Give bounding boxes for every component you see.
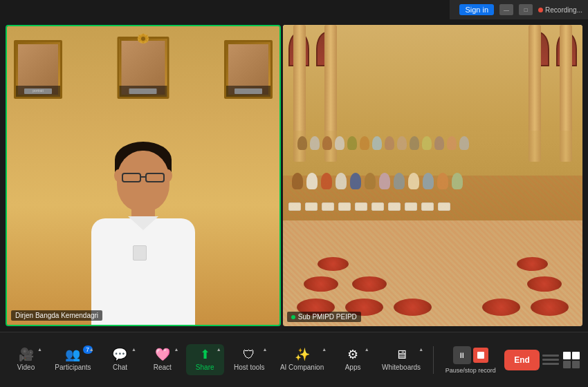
grid-view-button[interactable] bbox=[562, 350, 581, 370]
end-section: End bbox=[504, 350, 581, 370]
chat-button[interactable]: 💬 Chat ▲ bbox=[101, 344, 139, 375]
share-group: ⬆ Share ▲ bbox=[186, 344, 224, 375]
grid-cell-4 bbox=[572, 361, 580, 368]
stop-icon bbox=[473, 348, 488, 363]
recording-badge: Recording... bbox=[538, 6, 582, 14]
table-6 bbox=[527, 276, 562, 292]
participants-group: 👥 7 Participants ▲ bbox=[49, 344, 96, 375]
view-line-3 bbox=[542, 363, 559, 365]
sign-in-button[interactable]: Sign in bbox=[459, 4, 494, 15]
minimize-button[interactable]: — bbox=[499, 4, 513, 15]
portrait-frame-right bbox=[224, 40, 273, 99]
video-chevron: ▲ bbox=[37, 347, 42, 352]
top-bar: Sign in — □ Recording... bbox=[450, 0, 588, 19]
portrait-frame-left: portrait bbox=[14, 40, 62, 99]
video-area: portrait bbox=[0, 19, 588, 332]
table-7 bbox=[318, 257, 349, 271]
video-tile-left[interactable]: portrait bbox=[6, 25, 281, 326]
end-button-group: End bbox=[504, 350, 540, 370]
video-icon: 🎥 bbox=[19, 348, 34, 361]
video-group: 🎥 Video ▲ bbox=[7, 344, 45, 375]
ai-companion-button[interactable]: ✨ AI Companion ▲ bbox=[275, 344, 329, 375]
apps-icon: ⚙ bbox=[347, 348, 358, 361]
react-icon: 🩷 bbox=[155, 348, 170, 361]
ai-companion-group: ✨ AI Companion ▲ bbox=[275, 344, 329, 375]
garuda-symbol bbox=[133, 32, 154, 51]
video-button[interactable]: 🎥 Video ▲ bbox=[7, 344, 45, 375]
react-button[interactable]: 🩷 React ▲ bbox=[143, 344, 181, 375]
person-left bbox=[67, 124, 219, 325]
host-tools-button[interactable]: 🛡 Host tools ▲ bbox=[228, 344, 270, 375]
left-video-name-label: Dirjen Bangda Kemendagri bbox=[11, 310, 102, 321]
toolbar-divider bbox=[433, 346, 434, 374]
whiteboards-icon: 🖥 bbox=[395, 348, 407, 361]
share-button[interactable]: ⬆ Share ▲ bbox=[186, 344, 224, 375]
video-tile-right[interactable]: Sub PMIPD PEIPD bbox=[283, 25, 582, 326]
apps-group: ⚙ Apps ▲ bbox=[334, 344, 372, 375]
table-5 bbox=[352, 276, 387, 292]
whiteboards-button[interactable]: 🖥 Whiteboards ▲ bbox=[376, 344, 426, 375]
table-9 bbox=[531, 299, 569, 316]
svg-point-2 bbox=[141, 37, 145, 41]
pause-stop-label: Pause/stop record bbox=[445, 367, 496, 374]
chat-group: 💬 Chat ▲ bbox=[101, 344, 139, 375]
host-tools-group: 🛡 Host tools ▲ bbox=[228, 344, 270, 375]
participants-icon: 👥 bbox=[65, 348, 80, 361]
view-options bbox=[542, 355, 559, 365]
pause-icon: ⏸ bbox=[453, 346, 471, 364]
table-10 bbox=[482, 299, 520, 316]
right-video-feed bbox=[283, 25, 582, 326]
grid-cell-3 bbox=[563, 361, 571, 368]
react-chevron: ▲ bbox=[174, 347, 178, 352]
share-icon: ⬆ bbox=[200, 348, 210, 361]
table-4 bbox=[304, 276, 338, 292]
toolbar: 🎥 Video ▲ 👥 7 Participants ▲ 💬 Chat ▲ 🩷 … bbox=[0, 332, 588, 387]
pause-stop-icons: ⏸ bbox=[453, 346, 488, 364]
left-video-feed: portrait bbox=[7, 26, 279, 325]
stop-square bbox=[477, 352, 484, 359]
whiteboards-group: 🖥 Whiteboards ▲ bbox=[376, 344, 426, 375]
host-tools-chevron: ▲ bbox=[263, 347, 268, 352]
grid-cell-1 bbox=[563, 352, 571, 359]
recording-dot bbox=[538, 8, 543, 12]
chat-chevron: ▲ bbox=[131, 347, 136, 352]
view-line-1 bbox=[542, 355, 559, 357]
react-group: 🩷 React ▲ bbox=[143, 344, 181, 375]
apps-chevron: ▲ bbox=[365, 347, 369, 352]
view-line-2 bbox=[542, 359, 559, 361]
whiteboards-chevron: ▲ bbox=[419, 347, 423, 352]
ai-companion-icon: ✨ bbox=[295, 348, 310, 361]
pause-stop-record-button[interactable]: ⏸ Pause/stop record bbox=[441, 343, 500, 377]
audience-area bbox=[283, 131, 582, 326]
right-video-name-label: Sub PMIPD PEIPD bbox=[287, 312, 361, 322]
ai-companion-chevron: ▲ bbox=[322, 347, 327, 352]
participants-button[interactable]: 👥 7 Participants ▲ bbox=[49, 344, 96, 375]
maximize-button[interactable]: □ bbox=[519, 4, 533, 15]
table-8 bbox=[517, 257, 548, 271]
end-button[interactable]: End bbox=[504, 350, 540, 370]
table-3 bbox=[394, 299, 432, 316]
host-tools-icon: 🛡 bbox=[243, 348, 255, 361]
mic-on-indicator bbox=[291, 315, 295, 319]
participants-chevron: ▲ bbox=[89, 347, 94, 352]
grid-cell-2 bbox=[572, 352, 580, 359]
share-chevron: ▲ bbox=[217, 347, 221, 352]
apps-button[interactable]: ⚙ Apps ▲ bbox=[334, 344, 372, 375]
chat-icon: 💬 bbox=[112, 348, 127, 361]
